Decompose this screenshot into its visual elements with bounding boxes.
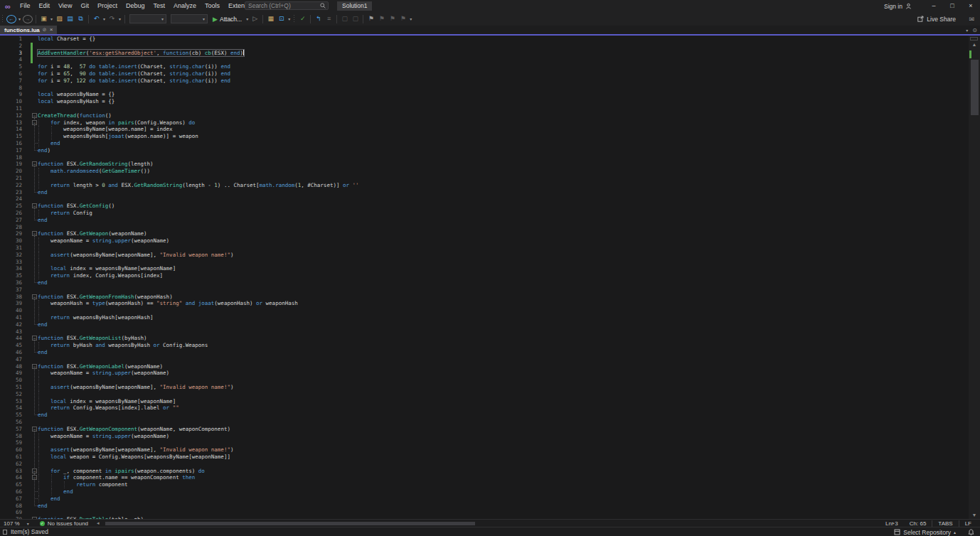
code-line[interactable]: 19−function ESX.GetRandomString(length): [0, 161, 969, 168]
dropdown-chevron-icon[interactable]: ▾: [117, 16, 122, 21]
fold-collapse-icon[interactable]: −: [32, 231, 37, 236]
fold-collapse-icon[interactable]: −: [32, 427, 37, 432]
save-icon[interactable]: ▤: [65, 13, 75, 25]
dropdown-chevron-icon[interactable]: ▾: [287, 16, 292, 21]
fold-collapse-icon[interactable]: −: [32, 113, 37, 118]
code-editor[interactable]: 1local Charset = {}23AddEventHandler('es…: [0, 36, 969, 519]
toolbar-grip[interactable]: [1, 15, 4, 23]
code-line[interactable]: 44−function ESX.GetWeaponList(byHash): [0, 335, 969, 342]
navigate-to-icon[interactable]: ↰: [313, 13, 324, 25]
code-line[interactable]: 35return index, Config.Weapons[index]: [0, 272, 969, 279]
zoom-control[interactable]: 107 % ▾: [0, 520, 33, 527]
code-line[interactable]: 65return component: [0, 481, 969, 488]
close-button[interactable]: ×: [962, 0, 980, 12]
horizontal-scrollbar-thumb[interactable]: [105, 522, 475, 525]
start-without-debugging-icon[interactable]: ▷: [250, 13, 260, 25]
code-line[interactable]: 49weaponName = string.upper(weaponName): [0, 370, 969, 377]
maximize-button[interactable]: □: [943, 0, 962, 12]
document-health-indicator[interactable]: ✓ No issues found: [40, 520, 88, 527]
code-line[interactable]: 50: [0, 377, 969, 384]
document-options-icon[interactable]: ⊙: [972, 27, 977, 33]
toolbar-grip[interactable]: [293, 15, 296, 23]
menu-debug[interactable]: Debug: [122, 0, 149, 12]
fold-collapse-icon[interactable]: −: [32, 161, 37, 166]
code-line[interactable]: 57−function ESX.GetWeaponComponent(weapo…: [0, 426, 969, 433]
code-line[interactable]: 25−function ESX.GetConfig(): [0, 203, 969, 210]
code-line[interactable]: 28: [0, 224, 969, 231]
menu-file[interactable]: File: [16, 0, 35, 12]
preview-window-icon[interactable]: ⊡: [276, 13, 287, 25]
code-line[interactable]: 30weaponName = string.upper(weaponName): [0, 237, 969, 245]
fold-collapse-icon[interactable]: −: [32, 336, 37, 341]
tab-close-icon[interactable]: ×: [50, 27, 53, 33]
undo-icon[interactable]: ↶: [91, 13, 102, 25]
fold-collapse-icon[interactable]: −: [32, 475, 37, 480]
code-line[interactable]: 63−for _, component in ipairs(weapon.com…: [0, 468, 969, 475]
code-line[interactable]: 24: [0, 195, 969, 203]
code-line[interactable]: 23end: [0, 189, 969, 196]
code-line[interactable]: 56: [0, 419, 969, 426]
live-share-button[interactable]: Live Share: [917, 12, 956, 26]
minimize-button[interactable]: –: [925, 0, 943, 12]
code-line[interactable]: 64−if component.name == weaponComponent …: [0, 474, 969, 481]
code-line[interactable]: 6for i = 65, 90 do table.insert(Charset,…: [0, 70, 969, 77]
debug-target-combo[interactable]: ▾: [129, 14, 166, 23]
code-line[interactable]: 33: [0, 259, 969, 266]
code-line[interactable]: 21: [0, 175, 969, 182]
menu-project[interactable]: Project: [93, 0, 122, 12]
code-line[interactable]: 58weaponName = string.upper(weaponName): [0, 433, 969, 440]
indent-mode-indicator[interactable]: TABS: [932, 520, 958, 527]
code-line[interactable]: 52: [0, 391, 969, 398]
code-line[interactable]: 55end: [0, 412, 969, 419]
code-line[interactable]: 9local weaponsByName = {}: [0, 91, 969, 98]
code-line[interactable]: 42end: [0, 321, 969, 328]
code-line[interactable]: 62: [0, 461, 969, 468]
code-line[interactable]: 13−for index, weapon in pairs(Config.Wea…: [0, 119, 969, 127]
package-manager-icon[interactable]: ✓: [297, 13, 308, 25]
code-line[interactable]: 22return length > 0 and ESX.GetRandomStr…: [0, 182, 969, 189]
dropdown-chevron-icon[interactable]: ▾: [408, 16, 413, 21]
menu-edit[interactable]: Edit: [35, 0, 55, 12]
bookmark-prev-icon[interactable]: ⚑: [376, 13, 387, 25]
menu-view[interactable]: View: [54, 0, 76, 12]
code-line[interactable]: 66end: [0, 488, 969, 495]
scroll-down-icon[interactable]: ▼: [969, 513, 980, 518]
code-line[interactable]: 69: [0, 509, 969, 516]
code-line[interactable]: 43: [0, 328, 969, 336]
code-line[interactable]: 61local weapon = Config.Weapons[weaponsB…: [0, 454, 969, 461]
code-line[interactable]: 47: [0, 356, 969, 363]
code-line[interactable]: 45return byHash and weaponsByHash or Con…: [0, 342, 969, 349]
comment-selection-icon[interactable]: ▢: [339, 13, 350, 25]
uncomment-selection-icon[interactable]: ▢: [350, 13, 361, 25]
bookmark-next-icon[interactable]: ⚑: [387, 13, 398, 25]
code-line[interactable]: 10local weaponsByHash = {}: [0, 98, 969, 105]
dropdown-chevron-icon[interactable]: ▾: [102, 16, 107, 21]
code-line[interactable]: 29−function ESX.GetWeapon(weaponName): [0, 230, 969, 237]
attach-debugger-button[interactable]: ▶Attach...: [210, 16, 245, 23]
code-line[interactable]: 15weaponsByHash[joaat(weapon.name)] = we…: [0, 133, 969, 140]
fold-collapse-icon[interactable]: −: [32, 203, 37, 208]
dropdown-chevron-icon[interactable]: ▾: [17, 16, 22, 21]
solution-name-badge[interactable]: Solution1: [337, 1, 372, 11]
code-line[interactable]: 48−function ESX.GetWeaponLabel(weaponNam…: [0, 363, 969, 370]
eol-indicator[interactable]: LF: [959, 520, 977, 527]
fold-collapse-icon[interactable]: −: [32, 364, 37, 369]
code-line[interactable]: 60assert(weaponsByName[weaponName], "Inv…: [0, 446, 969, 454]
code-line[interactable]: 11: [0, 105, 969, 112]
menu-analyze[interactable]: Analyze: [169, 0, 201, 12]
code-line[interactable]: 18: [0, 154, 969, 161]
code-line[interactable]: 17end): [0, 147, 969, 154]
vertical-scrollbar[interactable]: ▲ ▼: [969, 36, 980, 519]
navigate-backward-icon[interactable]: ←: [6, 15, 16, 23]
menu-tools[interactable]: Tools: [201, 0, 224, 12]
scroll-up-icon[interactable]: ▲: [969, 42, 980, 47]
code-line[interactable]: 12−CreateThread(function(): [0, 112, 969, 119]
vertical-scrollbar-thumb[interactable]: [971, 60, 979, 115]
code-line[interactable]: 1local Charset = {}: [0, 36, 969, 43]
fold-collapse-icon[interactable]: −: [32, 294, 37, 299]
code-line[interactable]: 68end: [0, 503, 969, 510]
code-line[interactable]: 8: [0, 85, 969, 92]
menu-test[interactable]: Test: [149, 0, 169, 12]
bookmark-clear-icon[interactable]: ⚑: [398, 13, 408, 25]
code-line[interactable]: 31: [0, 245, 969, 252]
